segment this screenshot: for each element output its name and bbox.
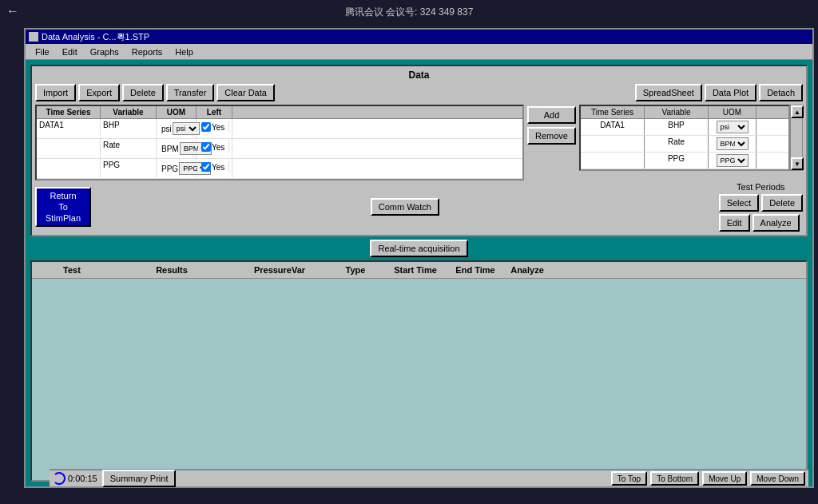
transfer-button[interactable]: Transfer (166, 84, 215, 101)
realtime-acquisition-button[interactable]: Real-time acquisition (370, 240, 467, 257)
lower-col-start: Start Time (383, 264, 447, 276)
timer-value: 0:00:15 (68, 474, 97, 483)
main-split: Time Series Variable UOM Left DATA1 BHP … (35, 105, 803, 181)
top-buttons: Import Export Delete Transfer Clear Data… (35, 84, 803, 101)
content-area: Data Import Export Delete Transfer Clear… (26, 60, 812, 486)
clear-data-button[interactable]: Clear Data (216, 84, 275, 101)
meeting-info: 腾讯会议 会议号: 324 349 837 (345, 6, 474, 19)
right-scrollbar[interactable]: ▲ ▼ (790, 105, 803, 171)
right-col-time-series: Time Series (581, 106, 645, 118)
comm-watch-button[interactable]: Comm Watch (371, 198, 439, 216)
timer-icon (53, 472, 66, 485)
spreadsheet-button[interactable]: SpreadSheet (635, 84, 702, 101)
col-time-series: Time Series (37, 106, 101, 118)
right-col-uom: UOM (709, 106, 756, 118)
lower-col-analyze: Analyze (503, 264, 551, 276)
lower-section: Test Results PressureVar Type Start Time… (30, 260, 808, 482)
window-title: Data Analysis - C...粤1.STP (42, 31, 149, 43)
cell-left-3: Yes (197, 159, 232, 178)
table-row: DATA1 BHP psi (581, 119, 788, 136)
right-cell-uom-3: PPG (709, 153, 756, 169)
bottom-toolbar: 0:00:15 Summary Print To Top To Bottom M… (50, 469, 808, 486)
select-button[interactable]: Select (719, 194, 760, 212)
cell-uom-1: psi psi (157, 119, 197, 138)
btn-group-right: SpreadSheet Data Plot Detach (635, 84, 803, 101)
back-button[interactable]: ← (6, 4, 19, 18)
left-checkbox-1[interactable] (201, 122, 211, 132)
right-table-wrapper: Time Series Variable UOM DATA1 BHP psi (579, 105, 803, 171)
realtime-area: Real-time acquisition (30, 240, 808, 257)
data-panel: Data Import Export Delete Transfer Clear… (30, 65, 808, 236)
menu-file[interactable]: File (29, 46, 56, 58)
test-periods-section: Test Periods Select Delete Edit Analyze (719, 182, 803, 232)
test-periods-label: Test Periods (719, 182, 803, 192)
left-checkbox-2[interactable] (201, 142, 211, 152)
cell-variable-3: PPG (101, 159, 157, 178)
menu-reports[interactable]: Reports (125, 46, 169, 58)
right-table-header: Time Series Variable UOM (581, 106, 788, 119)
top-bar: 腾讯会议 会议号: 324 349 837 (0, 0, 818, 24)
timer-display: 0:00:15 (53, 472, 97, 485)
right-uom-select-3[interactable]: PPG (717, 154, 749, 167)
table-row: Rate BPM (581, 136, 788, 153)
cell-uom-2: BPM BPM (157, 139, 197, 158)
menu-bar: File Edit Graphs Reports Help (26, 44, 812, 60)
menu-help[interactable]: Help (169, 46, 200, 58)
right-cell-uom-1: psi (709, 119, 756, 135)
table-row: DATA1 BHP psi psi (37, 119, 522, 139)
scroll-up-btn[interactable]: ▲ (791, 105, 804, 118)
main-window: Data Analysis - C...粤1.STP File Edit Gra… (24, 28, 814, 488)
analyze-button[interactable]: Analyze (752, 214, 800, 232)
cell-variable-1: BHP (101, 119, 157, 138)
comm-watch-area: Comm Watch (97, 198, 713, 216)
return-to-stimplan-button[interactable]: ReturnToStimPlan (35, 187, 91, 227)
to-top-button[interactable]: To Top (611, 471, 647, 486)
left-table-header: Time Series Variable UOM Left (37, 106, 522, 119)
table-row: PPG PPG (581, 153, 788, 169)
right-uom-select-1[interactable]: psi (717, 121, 749, 133)
lower-col-end: End Time (447, 264, 503, 276)
col-uom: UOM (157, 106, 197, 118)
cell-uom-3: PPG PPG (157, 159, 197, 178)
delete-button[interactable]: Delete (122, 84, 164, 101)
edit-button[interactable]: Edit (719, 214, 750, 232)
lower-col-results: Results (112, 264, 232, 276)
left-checkbox-3[interactable] (201, 162, 211, 172)
cell-left-1: Yes (197, 119, 232, 138)
add-button[interactable]: Add (527, 106, 576, 124)
right-uom-select-2[interactable]: BPM (717, 137, 749, 150)
scroll-down-btn[interactable]: ▼ (791, 157, 804, 170)
left-table: Time Series Variable UOM Left DATA1 BHP … (35, 105, 524, 181)
move-up-button[interactable]: Move Up (702, 471, 747, 486)
move-down-button[interactable]: Move Down (750, 471, 805, 486)
col-left: Left (197, 106, 232, 118)
menu-graphs[interactable]: Graphs (84, 46, 125, 58)
right-cell-var-1: BHP (645, 119, 709, 135)
cell-time-series-2 (37, 139, 101, 158)
test-periods-buttons-2: Edit Analyze (719, 214, 803, 232)
right-cell-var-2: Rate (645, 136, 709, 152)
title-bar: Data Analysis - C...粤1.STP (26, 30, 812, 44)
cell-time-series-3 (37, 159, 101, 178)
cell-left-2: Yes (197, 139, 232, 158)
window-icon (29, 32, 38, 42)
summary-print-button[interactable]: Summary Print (102, 470, 177, 487)
uom-select-1[interactable]: psi (173, 122, 200, 135)
test-periods-buttons: Select Delete (719, 194, 803, 212)
right-cell-var-3: PPG (645, 153, 709, 169)
left-section: Time Series Variable UOM Left DATA1 BHP … (35, 105, 524, 181)
lower-col-test: Test (32, 264, 112, 276)
export-button[interactable]: Export (78, 84, 120, 101)
right-cell-ts-2 (581, 136, 645, 152)
data-plot-button[interactable]: Data Plot (705, 84, 756, 101)
import-button[interactable]: Import (35, 84, 76, 101)
detach-button[interactable]: Detach (759, 84, 803, 101)
right-col-variable: Variable (645, 106, 709, 118)
menu-edit[interactable]: Edit (56, 46, 84, 58)
bottom-left: 0:00:15 Summary Print (53, 470, 176, 487)
test-delete-button[interactable]: Delete (761, 194, 803, 212)
to-bottom-button[interactable]: To Bottom (650, 471, 699, 486)
remove-button[interactable]: Remove (527, 127, 576, 145)
right-cell-ts-1: DATA1 (581, 119, 645, 135)
right-cell-uom-2: BPM (709, 136, 756, 152)
